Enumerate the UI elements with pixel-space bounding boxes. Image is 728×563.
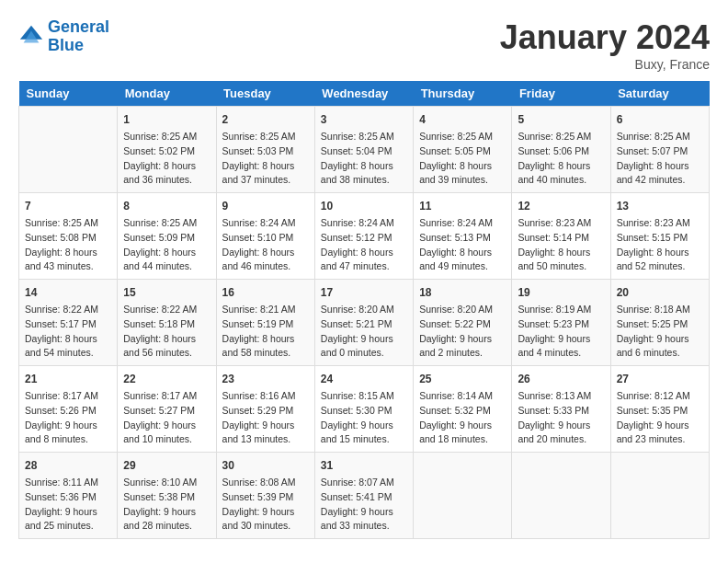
day-cell: 14Sunrise: 8:22 AMSunset: 5:17 PMDayligh… [19, 280, 118, 366]
sunset-text: Sunset: 5:39 PM [222, 490, 309, 505]
location: Buxy, France [500, 57, 710, 72]
day-info: Sunrise: 8:20 AMSunset: 5:21 PMDaylight:… [321, 303, 407, 361]
day-number: 13 [617, 198, 703, 214]
day-info: Sunrise: 8:16 AMSunset: 5:29 PMDaylight:… [222, 389, 309, 447]
sunrise-text: Sunrise: 8:21 AM [222, 303, 309, 317]
day-number: 8 [123, 198, 210, 214]
day-cell: 2Sunrise: 8:25 AMSunset: 5:03 PMDaylight… [216, 107, 314, 193]
day-cell: 31Sunrise: 8:07 AMSunset: 5:41 PMDayligh… [314, 453, 413, 539]
daylight-text: Daylight: 9 hours and 28 minutes. [123, 505, 210, 534]
sunrise-text: Sunrise: 8:10 AM [123, 476, 210, 490]
daylight-text: Daylight: 8 hours and 42 minutes. [617, 159, 703, 189]
col-header-sunday: Sunday [19, 81, 118, 107]
day-info: Sunrise: 8:25 AMSunset: 5:09 PMDaylight:… [123, 216, 210, 274]
col-header-friday: Friday [512, 81, 610, 107]
sunrise-text: Sunrise: 8:25 AM [123, 130, 210, 144]
day-info: Sunrise: 8:23 AMSunset: 5:14 PMDaylight:… [518, 216, 604, 274]
sunset-text: Sunset: 5:10 PM [222, 231, 309, 246]
daylight-text: Daylight: 8 hours and 38 minutes. [321, 159, 407, 189]
sunset-text: Sunset: 5:06 PM [518, 144, 604, 159]
day-info: Sunrise: 8:20 AMSunset: 5:22 PMDaylight:… [419, 303, 506, 361]
sunrise-text: Sunrise: 8:24 AM [321, 216, 407, 231]
day-cell: 5Sunrise: 8:25 AMSunset: 5:06 PMDaylight… [512, 107, 610, 193]
day-info: Sunrise: 8:07 AMSunset: 5:41 PMDaylight:… [321, 476, 407, 534]
day-info: Sunrise: 8:17 AMSunset: 5:26 PMDaylight:… [25, 389, 111, 447]
daylight-text: Daylight: 8 hours and 52 minutes. [617, 246, 703, 275]
week-row-5: 28Sunrise: 8:11 AMSunset: 5:36 PMDayligh… [19, 453, 710, 539]
day-cell: 4Sunrise: 8:25 AMSunset: 5:05 PMDaylight… [414, 107, 512, 193]
day-info: Sunrise: 8:25 AMSunset: 5:07 PMDaylight:… [617, 130, 703, 188]
daylight-text: Daylight: 8 hours and 50 minutes. [518, 246, 604, 275]
sunset-text: Sunset: 5:17 PM [25, 317, 111, 332]
day-info: Sunrise: 8:25 AMSunset: 5:03 PMDaylight:… [222, 130, 309, 188]
sunset-text: Sunset: 5:13 PM [419, 231, 506, 246]
sunset-text: Sunset: 5:22 PM [419, 317, 506, 332]
day-number: 28 [25, 457, 111, 474]
day-cell: 23Sunrise: 8:16 AMSunset: 5:29 PMDayligh… [216, 366, 314, 453]
day-number: 24 [321, 371, 407, 387]
daylight-text: Daylight: 9 hours and 13 minutes. [222, 419, 309, 448]
calendar-table: SundayMondayTuesdayWednesdayThursdayFrid… [18, 81, 710, 539]
daylight-text: Daylight: 9 hours and 23 minutes. [617, 419, 703, 448]
day-info: Sunrise: 8:14 AMSunset: 5:32 PMDaylight:… [419, 389, 506, 447]
day-info: Sunrise: 8:23 AMSunset: 5:15 PMDaylight:… [617, 216, 703, 274]
day-cell: 12Sunrise: 8:23 AMSunset: 5:14 PMDayligh… [512, 193, 610, 280]
daylight-text: Daylight: 9 hours and 20 minutes. [518, 419, 604, 448]
sunrise-text: Sunrise: 8:17 AM [123, 389, 210, 404]
week-row-4: 21Sunrise: 8:17 AMSunset: 5:26 PMDayligh… [19, 366, 710, 453]
day-number: 17 [321, 284, 407, 301]
day-info: Sunrise: 8:25 AMSunset: 5:02 PMDaylight:… [123, 130, 210, 188]
sunset-text: Sunset: 5:03 PM [222, 144, 309, 159]
sunrise-text: Sunrise: 8:25 AM [518, 130, 604, 144]
day-cell: 1Sunrise: 8:25 AMSunset: 5:02 PMDaylight… [118, 107, 216, 193]
sunset-text: Sunset: 5:19 PM [222, 317, 309, 332]
col-header-thursday: Thursday [414, 81, 512, 107]
day-cell: 18Sunrise: 8:20 AMSunset: 5:22 PMDayligh… [414, 280, 512, 366]
daylight-text: Daylight: 8 hours and 43 minutes. [25, 246, 111, 275]
logo-icon [18, 24, 44, 50]
sunrise-text: Sunrise: 8:22 AM [123, 303, 210, 317]
day-cell: 9Sunrise: 8:24 AMSunset: 5:10 PMDaylight… [216, 193, 314, 280]
day-cell: 8Sunrise: 8:25 AMSunset: 5:09 PMDaylight… [118, 193, 216, 280]
col-header-monday: Monday [118, 81, 216, 107]
day-cell [512, 453, 610, 539]
sunrise-text: Sunrise: 8:08 AM [222, 476, 309, 490]
day-cell: 10Sunrise: 8:24 AMSunset: 5:12 PMDayligh… [314, 193, 413, 280]
day-info: Sunrise: 8:25 AMSunset: 5:08 PMDaylight:… [25, 216, 111, 274]
sunset-text: Sunset: 5:38 PM [123, 490, 210, 505]
sunrise-text: Sunrise: 8:20 AM [419, 303, 506, 317]
sunset-text: Sunset: 5:05 PM [419, 144, 506, 159]
sunset-text: Sunset: 5:27 PM [123, 404, 210, 419]
sunset-text: Sunset: 5:02 PM [123, 144, 210, 159]
day-cell: 3Sunrise: 8:25 AMSunset: 5:04 PMDaylight… [314, 107, 413, 193]
day-number: 2 [222, 111, 309, 128]
day-info: Sunrise: 8:12 AMSunset: 5:35 PMDaylight:… [617, 389, 703, 447]
day-number: 19 [518, 284, 604, 301]
daylight-text: Daylight: 8 hours and 46 minutes. [222, 246, 309, 275]
daylight-text: Daylight: 8 hours and 54 minutes. [25, 332, 111, 362]
day-cell: 27Sunrise: 8:12 AMSunset: 5:35 PMDayligh… [610, 366, 709, 453]
day-number: 14 [25, 284, 111, 301]
day-number: 29 [123, 457, 210, 474]
day-info: Sunrise: 8:22 AMSunset: 5:18 PMDaylight:… [123, 303, 210, 361]
day-info: Sunrise: 8:21 AMSunset: 5:19 PMDaylight:… [222, 303, 309, 361]
daylight-text: Daylight: 9 hours and 25 minutes. [25, 505, 111, 534]
daylight-text: Daylight: 9 hours and 18 minutes. [419, 419, 506, 448]
day-info: Sunrise: 8:19 AMSunset: 5:23 PMDaylight:… [518, 303, 604, 361]
col-header-wednesday: Wednesday [314, 81, 413, 107]
sunrise-text: Sunrise: 8:15 AM [321, 389, 407, 404]
sunrise-text: Sunrise: 8:19 AM [518, 303, 604, 317]
day-info: Sunrise: 8:22 AMSunset: 5:17 PMDaylight:… [25, 303, 111, 361]
day-info: Sunrise: 8:08 AMSunset: 5:39 PMDaylight:… [222, 476, 309, 534]
week-row-1: 1Sunrise: 8:25 AMSunset: 5:02 PMDaylight… [19, 107, 710, 193]
day-number: 6 [617, 111, 703, 128]
daylight-text: Daylight: 9 hours and 6 minutes. [617, 332, 703, 362]
day-cell: 7Sunrise: 8:25 AMSunset: 5:08 PMDaylight… [19, 193, 118, 280]
day-cell [610, 453, 709, 539]
day-info: Sunrise: 8:25 AMSunset: 5:04 PMDaylight:… [321, 130, 407, 188]
sunset-text: Sunset: 5:35 PM [617, 404, 703, 419]
sunset-text: Sunset: 5:14 PM [518, 231, 604, 246]
day-number: 4 [419, 111, 506, 128]
sunrise-text: Sunrise: 8:25 AM [419, 130, 506, 144]
sunset-text: Sunset: 5:25 PM [617, 317, 703, 332]
